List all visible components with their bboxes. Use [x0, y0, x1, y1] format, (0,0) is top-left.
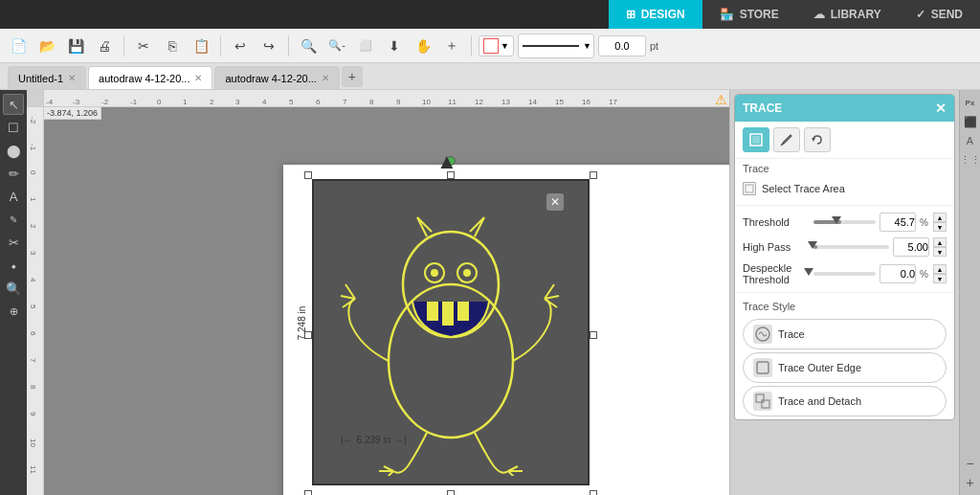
- tab-library[interactable]: ☁ LIBRARY: [796, 0, 899, 29]
- cut-btn[interactable]: ✂: [131, 34, 156, 58]
- layers-icon[interactable]: ⬛: [962, 113, 979, 130]
- doc-tab-autodraw1[interactable]: autodraw 4-12-20... ✕: [88, 66, 212, 89]
- top-nav: ⊞ DESIGN 🏪 STORE ☁ LIBRARY ✓ SEND: [0, 0, 980, 29]
- ruler-tick: 16: [582, 98, 590, 106]
- text-icon[interactable]: A: [962, 132, 979, 149]
- svg-text:✕: ✕: [550, 195, 560, 209]
- ruler-tick: 14: [528, 98, 537, 106]
- library-label: LIBRARY: [831, 8, 881, 21]
- tab-design[interactable]: ⊞ DESIGN: [609, 0, 702, 29]
- svg-marker-13: [812, 138, 815, 142]
- high-pass-up[interactable]: ▲: [933, 237, 947, 247]
- despeckle-up[interactable]: ▲: [933, 264, 947, 274]
- ellipse-tool[interactable]: ⬤: [3, 140, 24, 161]
- ruler-tick: 1: [183, 98, 187, 106]
- svg-rect-17: [756, 394, 764, 402]
- high-pass-slider[interactable]: [813, 240, 889, 254]
- add-doc-tab[interactable]: +: [342, 66, 363, 87]
- undo-btn[interactable]: ↩: [228, 34, 253, 58]
- zoom-minus-icon[interactable]: −: [962, 455, 979, 472]
- line-style-selector[interactable]: ▼: [518, 34, 594, 58]
- ruler-v-tick: -1: [29, 144, 37, 150]
- divider1: [735, 205, 954, 206]
- tab-store[interactable]: 🏪 STORE: [702, 0, 796, 29]
- new-btn[interactable]: 📄: [6, 34, 31, 58]
- zoom-plus-icon[interactable]: +: [962, 474, 979, 491]
- trace-outer-edge-button[interactable]: Trace Outer Edge: [743, 352, 947, 383]
- scissors-tool[interactable]: ✂: [3, 232, 24, 253]
- trace-detach-button[interactable]: Trace and Detach: [743, 386, 947, 416]
- despeckle-slider[interactable]: [813, 267, 876, 281]
- trace-close-btn[interactable]: ✕: [935, 101, 947, 116]
- save-btn[interactable]: 💾: [63, 34, 88, 58]
- ruler-tick: 11: [448, 98, 457, 106]
- high-pass-down[interactable]: ▼: [933, 247, 947, 257]
- tab-send[interactable]: ✓ SEND: [899, 0, 980, 29]
- zoom-tool[interactable]: 🔍: [3, 278, 24, 299]
- main-toolbar: 📄 📂 💾 🖨 ✂ ⎘ 📋 ↩ ↪ 🔍 🔍- ⬜ ⬇ ✋ ＋ ▼ ▼ pt: [0, 29, 980, 63]
- redo-btn[interactable]: ↪: [256, 34, 281, 58]
- warning-icon: ⚠: [715, 92, 727, 106]
- doc-tab-autodraw2[interactable]: autodraw 4-12-20... ✕: [214, 66, 339, 89]
- zoom-out-btn[interactable]: 🔍-: [324, 34, 349, 58]
- despeckle-input[interactable]: [880, 264, 916, 283]
- high-pass-input[interactable]: [893, 237, 929, 257]
- trace-button[interactable]: Trace: [743, 319, 947, 349]
- rect-tool[interactable]: ☐: [3, 117, 24, 138]
- select-tool[interactable]: ↖: [3, 94, 24, 115]
- ruler-tick: 12: [475, 98, 483, 106]
- open-btn[interactable]: 📂: [34, 34, 59, 58]
- threshold-up[interactable]: ▲: [933, 213, 947, 222]
- ruler-tick: 4: [262, 98, 266, 106]
- close-tab-untitled[interactable]: ✕: [68, 73, 76, 83]
- ruler-tick: -3: [73, 98, 79, 106]
- threshold-input[interactable]: [880, 213, 916, 232]
- pixels-icon[interactable]: Px: [962, 94, 979, 111]
- pan-btn[interactable]: ✋: [411, 34, 435, 58]
- threshold-slider[interactable]: [813, 215, 876, 229]
- more-icon[interactable]: ⋮⋮: [962, 151, 979, 169]
- doc-tab-untitled[interactable]: Untitled-1 ✕: [8, 66, 86, 89]
- add-btn[interactable]: ＋: [439, 34, 464, 58]
- threshold-down[interactable]: ▼: [933, 222, 947, 232]
- trace-tool-edit[interactable]: [773, 127, 800, 152]
- ruler-tick: 0: [157, 98, 161, 106]
- high-pass-label: High Pass: [743, 241, 810, 253]
- zoom-in-btn[interactable]: 🔍: [296, 34, 321, 58]
- ruler-horizontal: -4 -3 -2 -1 0 1 2 3 4 5 6 7 8 9 10 11 12…: [27, 90, 729, 107]
- high-pass-spinner: ▲ ▼: [933, 237, 947, 257]
- svg-point-4: [431, 269, 438, 277]
- move-down-btn[interactable]: ⬇: [382, 34, 407, 58]
- despeckle-down[interactable]: ▼: [933, 274, 947, 283]
- copy-btn[interactable]: ⎘: [160, 34, 185, 58]
- paste-btn[interactable]: 📋: [189, 34, 213, 58]
- trace-tool-undo[interactable]: [804, 127, 831, 152]
- shape-selector[interactable]: ▼: [479, 35, 514, 56]
- ruler-v-tick: 10: [29, 439, 37, 447]
- ruler-v-tick: 0: [29, 170, 37, 174]
- line-width-input[interactable]: [598, 35, 646, 56]
- trace-btn-icon: [753, 325, 772, 344]
- unit-label: pt: [650, 40, 658, 52]
- select-trace-area-checkbox[interactable]: [743, 182, 756, 195]
- ruler-tick: 9: [396, 98, 400, 106]
- trace-tool-select[interactable]: [743, 127, 769, 152]
- print-btn[interactable]: 🖨: [92, 34, 117, 58]
- ruler-tick: -2: [101, 98, 108, 106]
- main-canvas[interactable]: -3.874, 1.206: [44, 107, 729, 495]
- ruler-v-tick: 8: [29, 385, 37, 389]
- threshold-row: Threshold % ▲ ▼: [735, 210, 954, 235]
- close-tab-autodraw1[interactable]: ✕: [194, 73, 202, 83]
- ruler-corner: [27, 90, 44, 107]
- svg-rect-6: [427, 302, 438, 321]
- text-tool[interactable]: A: [3, 186, 24, 207]
- ruler-v-tick: 6: [29, 331, 37, 335]
- node-tool[interactable]: ✎: [3, 209, 24, 230]
- fill-tool[interactable]: ⬥: [3, 255, 24, 276]
- measure-tool[interactable]: ⊕: [3, 301, 24, 322]
- library-icon: ☁: [813, 8, 825, 21]
- svg-rect-8: [457, 302, 469, 321]
- pen-tool[interactable]: ✏: [3, 163, 24, 184]
- zoom-fit-btn[interactable]: ⬜: [353, 34, 378, 58]
- close-tab-autodraw2[interactable]: ✕: [322, 73, 329, 83]
